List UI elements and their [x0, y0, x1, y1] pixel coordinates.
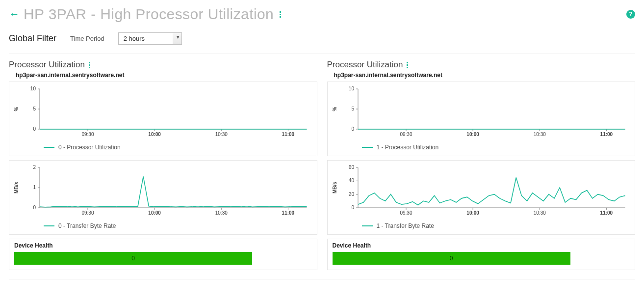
legend-line-icon — [362, 225, 373, 226]
svg-text:10:30: 10:30 — [215, 210, 228, 216]
chart-transfer-rate-1: MB/s020406009:3010:0010:3011:00 — [331, 164, 630, 218]
svg-text:09:30: 09:30 — [400, 132, 412, 137]
legend-line-icon — [44, 147, 54, 148]
svg-text:%: % — [14, 107, 19, 111]
chart-card: MB/s020406009:3010:0010:3011:00 1 - Tran… — [327, 160, 636, 235]
svg-text:09:30: 09:30 — [81, 210, 94, 216]
svg-text:10:00: 10:00 — [148, 132, 161, 137]
svg-text:11:00: 11:00 — [600, 210, 613, 216]
health-card: Device Health 0 — [327, 239, 636, 270]
svg-text:MB/s: MB/s — [332, 182, 337, 193]
chart-card: %051009:3010:0010:3011:00 1 - Processor … — [327, 82, 636, 156]
panel-title-text: Processor Utilization — [9, 60, 85, 70]
panel-left: Processor Utilization hp3par-san.interna… — [9, 59, 317, 270]
chart-legend: 0 - Transfer Byte Rate — [12, 218, 312, 231]
svg-text:09:30: 09:30 — [81, 132, 94, 137]
svg-text:10:00: 10:00 — [148, 210, 161, 216]
legend-label: 0 - Processor Utilization — [58, 144, 121, 151]
chart-legend: 0 - Processor Utilization — [12, 139, 312, 153]
global-filter-bar: Global Filter Time Period 2 hours — [9, 27, 635, 54]
panel-title: Processor Utilization — [9, 59, 317, 72]
svg-text:10:30: 10:30 — [533, 210, 545, 216]
panel-subtitle: hp3par-san.internal.sentrysoftware.net — [327, 72, 636, 82]
svg-text:11:00: 11:00 — [282, 210, 295, 216]
svg-text:5: 5 — [33, 106, 36, 111]
chart-processor-util-0: %051009:3010:0010:3011:00 — [12, 85, 312, 139]
svg-text:0: 0 — [33, 126, 36, 132]
svg-text:09:30: 09:30 — [400, 210, 412, 216]
panel-subtitle: hp3par-san.internal.sentrysoftware.net — [9, 72, 317, 82]
svg-text:11:00: 11:00 — [282, 132, 295, 137]
health-bar: 0 — [14, 252, 252, 265]
svg-text:5: 5 — [351, 106, 354, 111]
svg-text:20: 20 — [348, 192, 354, 197]
chart-legend: 1 - Transfer Byte Rate — [331, 218, 630, 231]
chart-processor-util-1: %051009:3010:0010:3011:00 — [331, 85, 630, 139]
svg-text:2: 2 — [33, 165, 36, 170]
panel-title-text: Processor Utilization — [327, 60, 403, 70]
health-title: Device Health — [14, 242, 312, 252]
chart-transfer-rate-0: MB/s01209:3010:0010:3011:00 — [12, 164, 312, 218]
page-header: ← HP 3PAR - High Processor Utilization ? — [9, 4, 635, 27]
svg-text:60: 60 — [348, 165, 354, 170]
svg-text:10: 10 — [348, 86, 354, 91]
page-title: HP 3PAR - High Processor Utilization — [24, 6, 274, 23]
svg-text:10:00: 10:00 — [466, 210, 479, 216]
svg-text:0: 0 — [351, 126, 354, 132]
chart-card: MB/s01209:3010:0010:3011:00 0 - Transfer… — [9, 160, 317, 235]
svg-text:10: 10 — [30, 86, 36, 91]
svg-text:%: % — [332, 107, 337, 111]
panel-actions-menu-icon[interactable] — [88, 62, 90, 68]
svg-text:0: 0 — [351, 205, 354, 210]
panels-row: Processor Utilization hp3par-san.interna… — [9, 59, 635, 279]
legend-line-icon — [362, 147, 373, 148]
panel-actions-menu-icon[interactable] — [406, 62, 408, 68]
health-title: Device Health — [333, 242, 630, 252]
svg-text:10:30: 10:30 — [215, 132, 228, 137]
chart-legend: 1 - Processor Utilization — [331, 139, 630, 153]
svg-text:10:30: 10:30 — [533, 132, 545, 137]
back-icon[interactable]: ← — [9, 9, 20, 20]
health-value: 0 — [131, 255, 135, 262]
svg-text:MB/s: MB/s — [14, 182, 19, 193]
chart-card: %051009:3010:0010:3011:00 0 - Processor … — [9, 82, 317, 156]
health-card: Device Health 0 — [9, 239, 317, 270]
health-bar: 0 — [333, 252, 570, 265]
legend-label: 1 - Processor Utilization — [377, 144, 439, 151]
legend-label: 1 - Transfer Byte Rate — [377, 222, 434, 229]
svg-text:11:00: 11:00 — [600, 132, 613, 137]
legend-label: 0 - Transfer Byte Rate — [58, 222, 116, 229]
svg-text:0: 0 — [33, 205, 36, 210]
global-filter-title: Global Filter — [9, 33, 56, 44]
time-period-label: Time Period — [70, 35, 104, 42]
help-icon[interactable]: ? — [626, 10, 635, 19]
page-actions-menu-icon[interactable] — [278, 11, 281, 18]
svg-text:1: 1 — [33, 185, 36, 190]
legend-line-icon — [44, 225, 54, 226]
health-value: 0 — [450, 255, 453, 262]
svg-text:10:00: 10:00 — [466, 132, 479, 137]
svg-text:40: 40 — [348, 178, 354, 183]
time-period-select[interactable]: 2 hours — [118, 32, 182, 45]
panel-right: Processor Utilization hp3par-san.interna… — [327, 59, 636, 270]
panel-title: Processor Utilization — [327, 59, 636, 72]
